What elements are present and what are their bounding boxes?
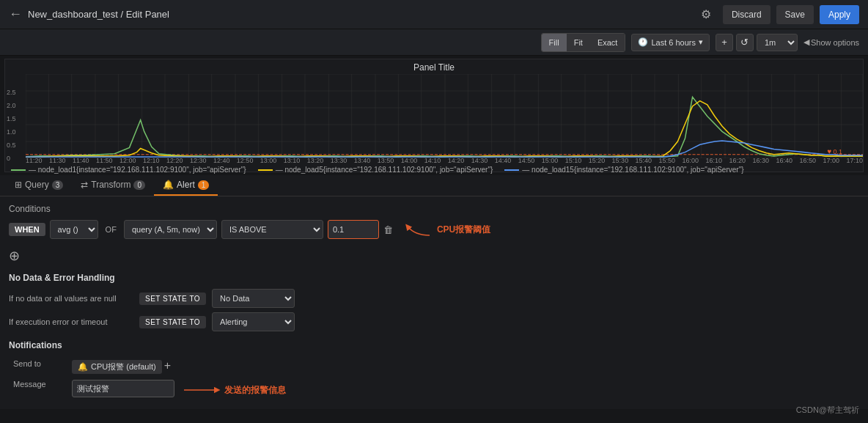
no-data-label-2: If execution error or timeout — [9, 317, 133, 326]
message-input[interactable] — [72, 380, 174, 397]
back-icon[interactable]: ← — [9, 7, 22, 22]
tab-query-badge: 3 — [52, 180, 64, 190]
show-options-chevron-icon: ◀ — [803, 37, 809, 47]
chart-panel: Panel Title 2.5 2.0 1.5 1.0 0.5 0 — [4, 59, 864, 172]
legend-label-2: — node_load5{instance="192.168.111.102:9… — [276, 166, 493, 174]
show-options-button[interactable]: ◀ Show options — [803, 37, 859, 47]
tab-transform-label: Transform — [91, 180, 130, 190]
transform-icon: ⇄ — [81, 180, 88, 190]
threshold-indicator: ♥ 0.1 — [828, 147, 842, 155]
cpu-annotation: CPU报警阈值 — [400, 221, 490, 238]
message-value-cell: 发送的报警信息 — [67, 377, 859, 402]
avg-function-select[interactable]: avg () sum () min () max () — [50, 220, 98, 239]
alert-icon: 🔔 — [163, 180, 174, 190]
time-icon: 🕐 — [638, 37, 648, 47]
message-annotation: 发送的报警信息 — [180, 381, 286, 399]
send-to-label: Send to — [9, 356, 67, 377]
notifications-table: Send to 🔔 CPU报警 (default) + Message — [9, 356, 859, 402]
message-annotation-text: 发送的报警信息 — [224, 384, 286, 397]
bell-icon: 🔔 — [78, 362, 88, 372]
notifications-title: Notifications — [9, 340, 859, 350]
legend-item-3: — node_load15{instance="192.168.111.102:… — [504, 166, 743, 174]
query-select[interactable]: query (A, 5m, now) — [124, 220, 217, 239]
toolbar: Fill Fit Exact 🕐 Last 6 hours ▾ + ↺ 1m 5… — [0, 29, 868, 56]
legend-label-1: — node_load1{instance="192.168.111.102:9… — [29, 166, 246, 174]
comparator-select[interactable]: IS ABOVE IS BELOW IS OUTSIDE RANGE IS WI… — [221, 220, 323, 239]
show-options-label: Show options — [811, 38, 859, 47]
chart-svg — [26, 74, 863, 158]
set-state-label-2: SET STATE TO — [139, 316, 206, 328]
add-condition-button[interactable]: ⊕ — [9, 248, 20, 264]
conditions-section-title: Conditions — [9, 204, 859, 214]
legend-item-1: — node_load1{instance="192.168.111.102:9… — [11, 166, 246, 174]
header-right: ⚙ Discard Save Apply — [695, 5, 859, 24]
send-to-value: 🔔 CPU报警 (default) + — [67, 356, 859, 377]
message-label: Message — [9, 377, 67, 402]
set-state-label-1: SET STATE TO — [139, 293, 206, 305]
legend-label-3: — node_load15{instance="192.168.111.102:… — [522, 166, 743, 174]
zoom-control: + ↺ 1m 5m 10m — [716, 34, 798, 51]
content-area: Conditions WHEN avg () sum () min () max… — [0, 196, 868, 409]
tab-transform-badge: 0 — [133, 180, 145, 190]
message-arrow-svg — [180, 381, 224, 399]
cpu-annotation-text: CPU报警阈值 — [437, 224, 490, 236]
time-dropdown-icon: ▾ — [699, 37, 703, 47]
zoom-out-button[interactable]: + — [716, 34, 733, 51]
time-range-label: Last 6 hours — [651, 38, 696, 47]
breadcrumb: New_dashboard_test / Edit Panel — [28, 9, 169, 20]
apply-button[interactable]: Apply — [820, 5, 859, 24]
view-mode-group: Fill Fit Exact — [541, 33, 626, 52]
annotation-arrow-svg — [400, 221, 437, 238]
tab-transform[interactable]: ⇄ Transform 0 — [72, 175, 154, 196]
tab-alert-label: Alert — [177, 180, 195, 190]
tab-alert[interactable]: 🔔 Alert 1 — [154, 175, 218, 196]
of-label: OF — [103, 225, 119, 234]
fill-button[interactable]: Fill — [542, 34, 567, 51]
settings-button[interactable]: ⚙ — [695, 7, 717, 21]
send-to-row: Send to 🔔 CPU报警 (default) + — [9, 356, 859, 377]
remove-condition-button[interactable]: 🗑 — [383, 224, 393, 235]
watermark: CSDN@帮主驾祈 — [796, 405, 859, 416]
fit-button[interactable]: Fit — [567, 34, 590, 51]
notification-tag: 🔔 CPU报警 (default) — [72, 360, 162, 374]
threshold-value-label: 0.1 — [833, 148, 842, 155]
tab-query[interactable]: ⊞ Query 3 — [6, 175, 72, 196]
chart-x-labels: 11:2011:3011:4011:5012:00 12:1012:2012:3… — [26, 157, 863, 164]
legend-item-2: — node_load5{instance="192.168.111.102:9… — [258, 166, 493, 174]
header-left: ← New_dashboard_test / Edit Panel — [9, 7, 695, 22]
no-data-row-1: If no data or all values are null SET ST… — [9, 289, 859, 308]
exact-button[interactable]: Exact — [590, 34, 625, 51]
message-row: Message — [9, 377, 859, 402]
refresh-button[interactable]: ↺ — [736, 34, 754, 51]
no-data-title: No Data & Error Handling — [9, 273, 859, 283]
chart-legend: — node_load1{instance="192.168.111.102:9… — [5, 164, 863, 175]
query-icon: ⊞ — [15, 180, 22, 190]
no-data-row-2: If execution error or timeout SET STATE … — [9, 312, 859, 331]
no-data-state-select[interactable]: No Data Alerting Keep Last State Ok — [212, 289, 295, 308]
chart-title: Panel Title — [5, 59, 863, 74]
when-label: WHEN — [9, 223, 45, 236]
tab-query-label: Query — [25, 180, 49, 190]
save-button[interactable]: Save — [776, 5, 814, 24]
discard-button[interactable]: Discard — [723, 5, 770, 24]
notifications-section: Notifications Send to 🔔 CPU报警 (default) … — [9, 340, 859, 402]
no-data-section: No Data & Error Handling If no data or a… — [9, 273, 859, 331]
threshold-input[interactable] — [328, 220, 379, 239]
notification-tag-label: CPU报警 (default) — [91, 361, 156, 372]
add-notification-button[interactable]: + — [164, 359, 171, 372]
header: ← New_dashboard_test / Edit Panel ⚙ Disc… — [0, 0, 868, 29]
error-state-select[interactable]: Alerting Keep Last State Ok — [212, 312, 295, 331]
tab-alert-badge: 1 — [198, 180, 210, 190]
time-range-control[interactable]: 🕐 Last 6 hours ▾ — [631, 34, 710, 51]
no-data-label-1: If no data or all values are null — [9, 294, 133, 303]
conditions-row: WHEN avg () sum () min () max () OF quer… — [9, 220, 859, 239]
interval-select[interactable]: 1m 5m 10m — [757, 34, 798, 51]
tabs: ⊞ Query 3 ⇄ Transform 0 🔔 Alert 1 — [0, 175, 868, 196]
chart-y-labels: 2.5 2.0 1.5 1.0 0.5 0 — [7, 89, 16, 162]
